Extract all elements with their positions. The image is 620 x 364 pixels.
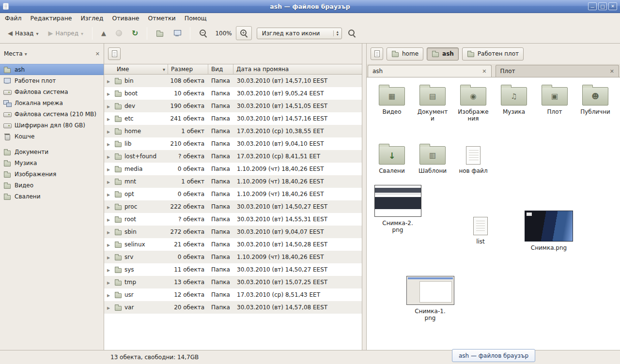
sidebar-item[interactable]: Локална мрежа	[0, 97, 104, 108]
file-icon-cell[interactable]: Музика	[494, 83, 534, 140]
file-icon-cell[interactable]: Плот	[535, 83, 574, 140]
table-row[interactable]: home 1 обект Папка 17.03.2010 (ср) 10,38…	[104, 125, 362, 137]
computer-button[interactable]	[170, 27, 185, 40]
column-header[interactable]: Вид	[208, 64, 233, 75]
table-row[interactable]: var 20 обекта Папка 30.03.2010 (вт) 14,5…	[104, 301, 362, 314]
file-icon-cell[interactable]: Видео	[372, 83, 412, 140]
pathbar-button[interactable]: Работен плот	[462, 47, 524, 61]
sidebar-close-icon[interactable]	[95, 50, 100, 57]
maximize-button[interactable]	[598, 2, 607, 10]
file-icon-cell[interactable]: Изображения	[453, 83, 493, 140]
expander-icon[interactable]	[107, 178, 112, 185]
table-row[interactable]: sys 11 обекта Папка 30.03.2010 (вт) 14,5…	[104, 263, 362, 276]
file-view[interactable]: Видео Документи Изображения Музика Плот …	[367, 77, 620, 350]
file-icon-cell[interactable]: Публични	[575, 83, 615, 140]
sidebar-item[interactable]: Файлова система (210 MB)	[0, 108, 104, 120]
table-row[interactable]: root ? обекта Папка 30.03.2010 (вт) 14,5…	[104, 213, 362, 226]
zoom-out-button[interactable]	[195, 26, 211, 40]
up-button[interactable]	[97, 27, 110, 39]
chevron-down-icon[interactable]	[25, 50, 27, 57]
expander-icon[interactable]	[107, 266, 112, 273]
file-icon-cell[interactable]: Снимка-1.png	[406, 276, 454, 322]
sidebar-item[interactable]: ash	[0, 64, 104, 75]
sidebar-item[interactable]: Документи	[0, 146, 104, 157]
pathbar-root-button[interactable]	[371, 47, 383, 60]
tab[interactable]: ash	[368, 65, 492, 77]
sidebar-item[interactable]: Кошче	[0, 131, 104, 142]
pathbar-button[interactable]: ash	[427, 47, 459, 61]
minimize-button[interactable]	[588, 2, 597, 10]
pathbar-button[interactable]: home	[387, 47, 423, 61]
table-row[interactable]: lib 210 обекта Папка 30.03.2010 (вт) 9,0…	[104, 137, 362, 150]
expander-icon[interactable]	[107, 279, 112, 286]
expander-icon[interactable]	[107, 291, 112, 298]
table-row[interactable]: opt 0 обекта Папка 1.10.2009 (чт) 18,40,…	[104, 188, 362, 200]
table-row[interactable]: boot 10 обекта Папка 30.03.2010 (вт) 9,0…	[104, 87, 362, 100]
expander-icon[interactable]	[107, 191, 112, 197]
zoom-in-button[interactable]	[236, 26, 252, 40]
window-titlebar[interactable]: ash — файлов браузър	[0, 0, 620, 13]
spinner-arrows-icon[interactable]	[333, 30, 339, 36]
expander-icon[interactable]	[107, 304, 112, 311]
expander-icon[interactable]	[107, 128, 112, 135]
expander-icon[interactable]	[107, 203, 112, 210]
table-row[interactable]: bin 108 обекта Папка 30.03.2010 (вт) 14,…	[104, 75, 362, 87]
menu-item[interactable]: Помощ	[185, 15, 207, 22]
expander-icon[interactable]	[107, 140, 112, 147]
back-button[interactable]: Назад	[4, 27, 42, 40]
expander-icon[interactable]	[107, 216, 112, 223]
menu-item[interactable]: Отиване	[112, 15, 139, 22]
file-icon-cell[interactable]: Документи	[413, 83, 452, 140]
file-icon-cell[interactable]: list	[464, 217, 497, 245]
forward-button[interactable]: Напред	[44, 27, 87, 40]
expander-icon[interactable]	[107, 90, 112, 97]
table-row[interactable]: sbin 272 обекта Папка 30.03.2010 (вт) 9,…	[104, 226, 362, 238]
expander-icon[interactable]	[107, 77, 112, 84]
expander-icon[interactable]	[107, 103, 112, 109]
table-row[interactable]: selinux 21 обекта Папка 30.03.2010 (вт) …	[104, 238, 362, 251]
file-icon-cell[interactable]: нов файл	[453, 142, 493, 199]
search-button[interactable]	[344, 26, 360, 40]
sidebar-item[interactable]: Работен плот	[0, 75, 104, 86]
sidebar-item[interactable]: Видео	[0, 180, 104, 191]
menu-item[interactable]: Файл	[5, 15, 22, 22]
tab-close-icon[interactable]	[482, 68, 486, 75]
table-row[interactable]: usr 12 обекта Папка 17.03.2010 (ср) 8,51…	[104, 288, 362, 301]
table-row[interactable]: media 0 обекта Папка 1.10.2009 (чт) 18,4…	[104, 163, 362, 175]
pathbar-root-button[interactable]	[108, 47, 121, 60]
table-row[interactable]: dev 190 обекта Папка 30.03.2010 (вт) 14,…	[104, 100, 362, 112]
expander-icon[interactable]	[107, 254, 112, 260]
close-button[interactable]	[608, 2, 617, 10]
chevron-down-icon[interactable]	[36, 30, 38, 37]
column-header[interactable]: Име	[104, 64, 168, 75]
table-row[interactable]: mnt 1 обект Папка 1.10.2009 (чт) 18,40,2…	[104, 175, 362, 188]
expander-icon[interactable]	[107, 115, 112, 122]
table-row[interactable]: lost+found ? обекта Папка 17.03.2010 (ср…	[104, 150, 362, 163]
stop-button[interactable]	[112, 27, 126, 39]
file-icon-cell[interactable]: Снимка-2.png	[373, 185, 422, 234]
sidebar-title[interactable]: Места	[4, 50, 23, 57]
menu-item[interactable]: Отметки	[148, 15, 176, 22]
column-header[interactable]: Размер	[168, 64, 208, 75]
sidebar-item[interactable]: Музика	[0, 157, 104, 168]
taskbar-window-button[interactable]: ash — файлов браузър	[452, 349, 535, 362]
file-icon-cell[interactable]: Снимка.png	[524, 211, 574, 251]
home-button[interactable]	[152, 27, 168, 40]
table-row[interactable]: etc 241 обекта Папка 30.03.2010 (вт) 14,…	[104, 112, 362, 125]
column-header[interactable]: Дата на промяна	[233, 64, 362, 75]
expander-icon[interactable]	[107, 166, 112, 172]
tab-close-icon[interactable]	[610, 68, 614, 75]
table-row[interactable]: proc 222 обекта Папка 30.03.2010 (вт) 14…	[104, 200, 362, 213]
sidebar-item[interactable]: Изображения	[0, 168, 104, 180]
expander-icon[interactable]	[107, 241, 112, 248]
pane-divider[interactable]	[362, 44, 366, 350]
menu-item[interactable]: Изглед	[81, 15, 104, 22]
table-row[interactable]: tmp 13 обекта Папка 30.03.2010 (вт) 15,0…	[104, 276, 362, 288]
sidebar-item[interactable]: Свалени	[0, 191, 104, 202]
expander-icon[interactable]	[107, 153, 112, 160]
view-mode-dropdown[interactable]: Изглед като икони	[257, 28, 342, 39]
sidebar-item[interactable]: Шифриран дял (80 GB)	[0, 120, 104, 131]
table-row[interactable]: srv 0 обекта Папка 1.10.2009 (чт) 18,40,…	[104, 251, 362, 263]
menu-item[interactable]: Редактиране	[31, 15, 72, 22]
tab[interactable]: Плот	[496, 65, 620, 77]
